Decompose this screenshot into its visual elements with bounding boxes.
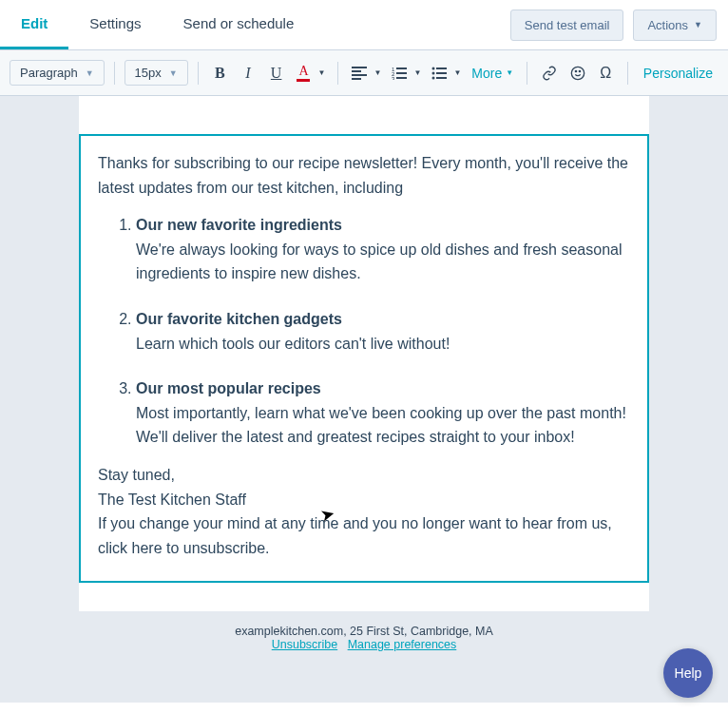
signoff-line-2: The Test Kitchen Staff: [98, 488, 630, 512]
svg-rect-9: [396, 77, 407, 79]
block-type-label: Paragraph: [20, 66, 78, 80]
svg-rect-0: [352, 67, 367, 68]
unordered-list-button[interactable]: ▼: [428, 60, 464, 87]
top-actions: Send test email Actions▼: [510, 0, 717, 49]
caret-down-icon: ▼: [86, 68, 94, 78]
manage-preferences-link[interactable]: Manage preferences: [348, 638, 457, 651]
svg-rect-3: [352, 78, 361, 80]
footer-address: examplekitchen.com, 25 First St, Cambrid…: [0, 625, 728, 638]
align-button[interactable]: ▼: [348, 60, 384, 87]
caret-down-icon[interactable]: ▼: [411, 68, 424, 77]
list-item-title: Our favorite kitchen gadgets: [136, 311, 342, 327]
caret-down-icon: ▼: [694, 20, 702, 29]
svg-rect-1: [352, 70, 361, 72]
caret-down-icon[interactable]: ▼: [450, 68, 464, 77]
list-item-title: Our new favorite ingredients: [136, 217, 342, 233]
svg-point-16: [571, 67, 584, 79]
divider: [337, 62, 338, 85]
underline-button[interactable]: U: [264, 60, 289, 87]
list-item: Our new favorite ingredients We're alway…: [136, 213, 630, 286]
text-color-button[interactable]: A ▼: [292, 60, 328, 87]
svg-rect-13: [436, 72, 447, 74]
smile-icon: [570, 66, 585, 81]
email-footer: examplekitchen.com, 25 First St, Cambrid…: [0, 611, 728, 665]
more-label: More: [471, 66, 502, 81]
email-page: Thanks for subscribing to our recipe new…: [79, 96, 649, 611]
unsubscribe-link[interactable]: Unsubscribe: [272, 638, 337, 651]
align-left-icon: [352, 67, 367, 80]
intro-paragraph: Thanks for subscribing to our recipe new…: [98, 151, 630, 200]
svg-point-18: [579, 70, 580, 71]
nav-tabs: Edit Settings Send or schedule: [0, 0, 315, 49]
divider: [627, 62, 628, 85]
ordered-list-button[interactable]: 1 2 3 ▼: [388, 60, 424, 87]
more-button[interactable]: More ▼: [468, 66, 517, 81]
tab-settings[interactable]: Settings: [68, 0, 162, 49]
font-size-label: 15px: [135, 66, 162, 80]
list-item-desc: Most importantly, learn what we've been …: [136, 405, 626, 446]
svg-point-14: [432, 76, 435, 79]
caret-down-icon: ▼: [169, 68, 178, 78]
unsubscribe-note: If you change your mind at any time and …: [98, 511, 630, 560]
send-test-label: Send test email: [525, 18, 610, 32]
special-char-button[interactable]: Ω: [593, 60, 618, 87]
svg-point-10: [432, 67, 435, 69]
canvas-area: Thanks for subscribing to our recipe new…: [0, 96, 728, 703]
svg-rect-2: [352, 74, 367, 76]
link-button[interactable]: [537, 60, 562, 87]
format-toolbar: Paragraph ▼ 15px ▼ B I U A ▼ ▼ 1 2 3 ▼: [0, 50, 728, 96]
block-type-select[interactable]: Paragraph ▼: [10, 60, 105, 86]
italic-button[interactable]: I: [236, 60, 260, 87]
svg-point-17: [575, 70, 576, 71]
tab-edit[interactable]: Edit: [0, 0, 68, 49]
ordered-list-icon: 1 2 3: [392, 67, 407, 80]
svg-rect-5: [396, 67, 407, 69]
divider: [198, 62, 199, 85]
caret-down-icon[interactable]: ▼: [371, 68, 384, 77]
list-item-desc: Learn which tools our editors can't live…: [136, 336, 450, 352]
caret-down-icon[interactable]: ▼: [315, 68, 328, 77]
list-item: Our most popular recipes Most importantl…: [136, 376, 630, 450]
svg-rect-15: [436, 77, 447, 79]
divider: [527, 62, 527, 85]
list-item-desc: We're always looking for ways to spice u…: [136, 241, 622, 282]
personalize-button[interactable]: Personalize: [638, 66, 718, 81]
actions-button[interactable]: Actions▼: [633, 10, 717, 41]
bold-button[interactable]: B: [208, 60, 233, 87]
svg-point-12: [432, 71, 435, 74]
caret-down-icon: ▼: [506, 68, 513, 77]
numbered-list: Our new favorite ingredients We're alway…: [98, 213, 630, 450]
help-button[interactable]: Help: [663, 648, 713, 698]
svg-rect-11: [436, 67, 447, 69]
emoji-button[interactable]: [565, 60, 590, 87]
actions-label: Actions: [647, 18, 688, 32]
svg-rect-7: [396, 72, 407, 74]
signoff-line-1: Stay tuned,: [98, 463, 630, 488]
font-size-select[interactable]: 15px ▼: [125, 60, 188, 86]
email-body-block[interactable]: Thanks for subscribing to our recipe new…: [79, 134, 649, 583]
send-test-email-button[interactable]: Send test email: [510, 10, 624, 41]
link-icon: [542, 66, 557, 81]
divider: [114, 62, 115, 85]
list-item: Our favorite kitchen gadgets Learn which…: [136, 307, 630, 356]
unordered-list-icon: [431, 67, 447, 80]
tab-send-schedule[interactable]: Send or schedule: [163, 0, 316, 49]
text-color-icon: A: [297, 65, 310, 82]
svg-text:3: 3: [392, 76, 395, 80]
top-bar: Edit Settings Send or schedule Send test…: [0, 0, 728, 50]
list-item-title: Our most popular recipes: [136, 380, 321, 396]
